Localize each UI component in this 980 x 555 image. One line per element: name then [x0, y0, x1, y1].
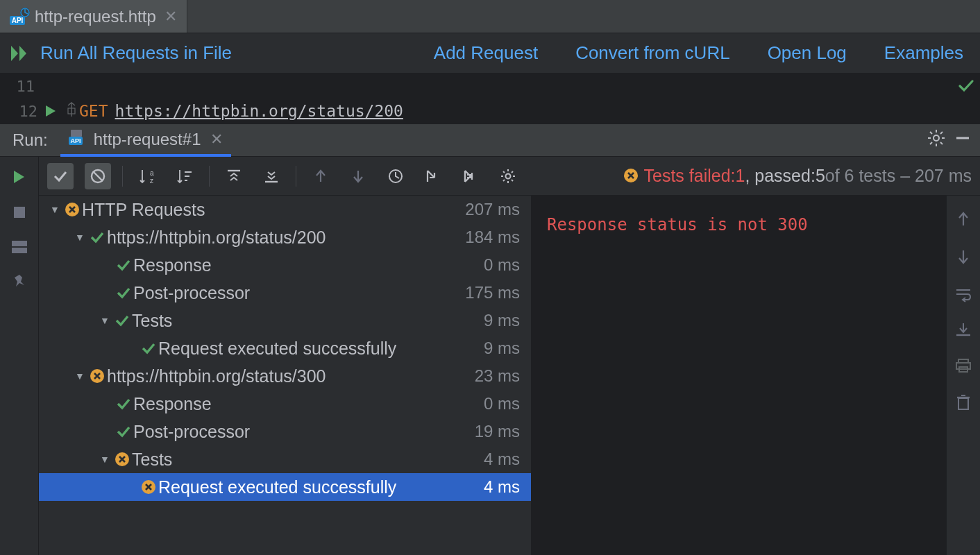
- tree-node-time: 0 ms: [484, 255, 520, 275]
- run-tool-window-header: Run: API http-request#1 ✕: [0, 123, 980, 157]
- prev-failed-icon[interactable]: [307, 163, 334, 189]
- test-output[interactable]: Response status is not 300: [532, 196, 947, 555]
- run-tab-name: http-request#1: [94, 130, 201, 149]
- tree-node-tests[interactable]: ▼ Tests 9 ms: [39, 307, 531, 334]
- pass-status-icon: [114, 424, 133, 439]
- convert-curl-link[interactable]: Convert from cURL: [575, 42, 730, 64]
- svg-line-14: [930, 132, 932, 134]
- show-ignored-toggle[interactable]: [85, 163, 111, 189]
- test-history-icon[interactable]: [382, 163, 409, 189]
- chevron-down-icon[interactable]: ▼: [72, 370, 87, 382]
- run-left-rail: [0, 157, 39, 555]
- sort-duration-icon[interactable]: [171, 163, 198, 189]
- svg-line-39: [503, 180, 505, 181]
- svg-rect-21: [12, 248, 27, 253]
- hide-tool-window-icon[interactable]: [955, 130, 970, 150]
- tree-node-tests[interactable]: ▼ Tests 4 ms: [39, 445, 531, 473]
- pin-icon[interactable]: [12, 273, 27, 293]
- close-tab-icon[interactable]: ✕: [164, 8, 177, 26]
- svg-line-38: [512, 180, 513, 181]
- test-tree[interactable]: ▼ HTTP Requests 207 ms ▼ https://httpbin…: [39, 196, 532, 555]
- run-tab-http-request-1[interactable]: API http-request#1 ✕: [60, 125, 232, 157]
- output-right-rail: [947, 196, 980, 555]
- expand-all-icon[interactable]: [221, 163, 247, 189]
- chevron-down-icon[interactable]: ▼: [72, 232, 87, 243]
- tree-node-root[interactable]: ▼ HTTP Requests 207 ms: [39, 196, 531, 223]
- run-label: Run:: [0, 130, 60, 150]
- tree-node-label: HTTP Requests: [82, 200, 465, 220]
- next-failed-icon[interactable]: [345, 163, 371, 189]
- close-run-tab-icon[interactable]: ✕: [210, 130, 223, 148]
- chevron-down-icon[interactable]: ▼: [97, 454, 112, 465]
- test-toolbar: az Tests failed: 1 , passed: 5 of 6 test…: [39, 157, 980, 196]
- http-file-icon: API: [69, 128, 87, 151]
- tree-node-response[interactable]: Response 0 ms: [39, 390, 531, 418]
- tree-node-request-300[interactable]: ▼ https://httpbin.org/status/300 23 ms: [39, 362, 531, 390]
- scroll-to-end-icon[interactable]: [955, 322, 972, 341]
- open-log-link[interactable]: Open Log: [768, 42, 847, 64]
- sort-alpha-icon[interactable]: az: [134, 163, 160, 189]
- tree-node-time: 9 ms: [484, 311, 520, 330]
- pass-status-icon: [112, 313, 132, 328]
- import-tests-icon[interactable]: [420, 163, 446, 189]
- tree-node-time: 0 ms: [484, 394, 520, 413]
- tests-failed-label: Tests failed:: [644, 166, 736, 186]
- stop-icon[interactable]: [12, 204, 26, 223]
- tree-node-label: Post-processor: [133, 422, 475, 442]
- fail-status-icon: [112, 452, 132, 467]
- tree-node-test-result-failed[interactable]: Request executed successfully 4 ms: [39, 473, 531, 501]
- run-all-icon[interactable]: [10, 44, 31, 62]
- fail-status-icon: [62, 202, 82, 217]
- tree-node-time: 19 ms: [475, 422, 520, 441]
- rerun-icon[interactable]: [12, 169, 27, 189]
- inspection-indicator[interactable]: [952, 74, 980, 94]
- export-tests-icon[interactable]: [457, 163, 484, 189]
- tree-node-time: 207 ms: [465, 200, 520, 219]
- tree-node-response[interactable]: Response 0 ms: [39, 251, 531, 279]
- fail-status-icon: [623, 167, 639, 187]
- editor-tab-http-request[interactable]: API http-request.http ✕: [0, 0, 187, 33]
- tests-failed-count: 1: [736, 166, 745, 186]
- run-gutter-icon[interactable]: [44, 105, 57, 117]
- tree-node-time: 9 ms: [484, 339, 520, 358]
- trash-icon[interactable]: [956, 394, 971, 415]
- pass-status-icon: [114, 285, 133, 300]
- soft-wrap-icon[interactable]: [955, 286, 972, 305]
- pass-status-icon: [114, 396, 133, 411]
- editor-body: 11 12 GET https://httpbin.org/status/200: [0, 74, 980, 123]
- tree-node-time: 23 ms: [475, 366, 520, 386]
- tests-passed-label: , passed:: [745, 166, 815, 186]
- up-arrow-icon[interactable]: [956, 211, 970, 232]
- down-arrow-icon[interactable]: [956, 248, 970, 269]
- pass-status-icon: [87, 230, 107, 245]
- tree-node-test-result[interactable]: Request executed successfully 9 ms: [39, 334, 531, 362]
- tree-node-label: Response: [133, 394, 484, 414]
- pass-status-icon: [139, 341, 158, 356]
- tree-node-time: 175 ms: [465, 283, 520, 302]
- print-icon[interactable]: [955, 358, 972, 377]
- add-request-link[interactable]: Add Request: [434, 42, 538, 64]
- tree-node-label: Request executed successfully: [158, 339, 484, 359]
- http-url[interactable]: https://httpbin.org/status/200: [115, 102, 403, 120]
- tree-node-time: 4 ms: [484, 450, 520, 469]
- http-method: GET: [79, 102, 108, 120]
- tree-node-label: Response: [133, 255, 484, 275]
- examples-link[interactable]: Examples: [884, 42, 963, 64]
- fold-marker-icon[interactable]: [67, 101, 76, 121]
- tree-node-label: https://httpbin.org/status/300: [107, 366, 475, 386]
- layout-icon[interactable]: [11, 239, 28, 258]
- tree-node-request-200[interactable]: ▼ https://httpbin.org/status/200 184 ms: [39, 223, 531, 251]
- run-all-requests-link[interactable]: Run All Requests in File: [40, 42, 232, 64]
- tree-node-postprocessor[interactable]: Post-processor 19 ms: [39, 418, 531, 445]
- collapse-all-icon[interactable]: [258, 163, 285, 189]
- code-area[interactable]: GET https://httpbin.org/status/200: [62, 74, 952, 123]
- fail-status-icon: [87, 368, 107, 384]
- show-passed-toggle[interactable]: [47, 163, 74, 189]
- test-settings-icon[interactable]: [495, 163, 521, 189]
- gear-icon[interactable]: [927, 129, 945, 151]
- chevron-down-icon[interactable]: ▼: [47, 204, 62, 215]
- tree-node-postprocessor[interactable]: Post-processor 175 ms: [39, 279, 531, 307]
- tree-node-time: 184 ms: [465, 228, 520, 247]
- run-tool-window-body: az Tests failed: 1 , passed: 5 of 6 test…: [0, 157, 980, 555]
- chevron-down-icon[interactable]: ▼: [97, 315, 112, 326]
